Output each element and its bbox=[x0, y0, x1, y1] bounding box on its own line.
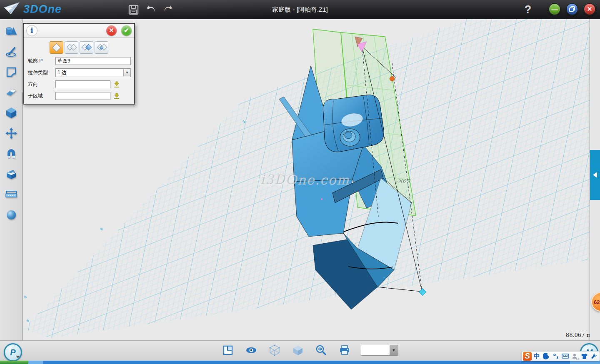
endpoint-marker-cyan[interactable] bbox=[419, 289, 426, 296]
pick-arrow-icon bbox=[113, 81, 120, 88]
double-diamond-icon bbox=[67, 44, 76, 51]
diamond-blue-pair-icon bbox=[82, 44, 91, 51]
eraser-tool-button[interactable] bbox=[3, 85, 20, 100]
direction-pick-button[interactable] bbox=[112, 81, 121, 88]
restore-button[interactable] bbox=[565, 2, 579, 16]
sogou-logo-icon: S bbox=[523, 352, 532, 361]
ime-account-button[interactable]: 14 bbox=[570, 352, 579, 360]
tshirt-icon bbox=[581, 353, 588, 359]
direction-input[interactable] bbox=[55, 80, 110, 88]
save-button[interactable] bbox=[126, 3, 140, 16]
wireframe-view-button[interactable] bbox=[268, 343, 282, 357]
moon-icon bbox=[543, 353, 550, 359]
paper-plane-icon bbox=[3, 2, 20, 17]
pick-arrow-icon bbox=[113, 93, 120, 100]
shaded-cube-icon bbox=[292, 344, 304, 356]
minimize-button[interactable]: — bbox=[548, 2, 561, 16]
ime-settings-button[interactable] bbox=[590, 352, 598, 360]
diamond-dot-icon bbox=[97, 44, 106, 51]
taskbar-segment-green[interactable] bbox=[0, 361, 28, 364]
sketch-tool-button[interactable] bbox=[3, 45, 20, 59]
magnet-icon bbox=[5, 148, 18, 160]
extrude-option-4-button[interactable] bbox=[95, 41, 108, 54]
eraser-icon bbox=[5, 87, 18, 98]
field-subregion: 子区域 bbox=[28, 92, 131, 100]
vertex-marker-orange[interactable] bbox=[390, 77, 395, 81]
move-tool-button[interactable] bbox=[3, 126, 20, 140]
chevron-down-icon: ▼ bbox=[390, 345, 398, 355]
diamond-icon bbox=[52, 43, 61, 52]
field-label: 轮廓 P bbox=[28, 57, 55, 65]
extrude-option-3-button[interactable] bbox=[80, 41, 93, 54]
bottom-toolbar: P bbox=[0, 340, 600, 361]
shaded-view-button[interactable] bbox=[291, 343, 305, 357]
extrude-dialog: i ✕ ✔ bbox=[23, 23, 135, 105]
printer-icon bbox=[339, 345, 350, 356]
view-preset-dropdown[interactable]: ▼ bbox=[361, 345, 398, 356]
minimize-icon: — bbox=[549, 4, 560, 15]
keyboard-icon bbox=[562, 353, 569, 359]
feature-cube-tool-button[interactable] bbox=[3, 106, 20, 120]
render-tool-button[interactable] bbox=[3, 208, 20, 222]
feature-cube-icon bbox=[5, 107, 18, 119]
field-label: 方向 bbox=[28, 81, 55, 88]
eye-icon bbox=[245, 346, 258, 355]
visibility-button[interactable] bbox=[244, 343, 258, 357]
plan-view-button[interactable]: P bbox=[4, 343, 22, 362]
ime-keyboard-button[interactable] bbox=[561, 352, 570, 360]
profile-input[interactable] bbox=[55, 57, 131, 65]
undo-button[interactable] bbox=[144, 3, 158, 16]
save-icon bbox=[128, 4, 139, 15]
field-direction: 方向 bbox=[28, 80, 131, 89]
app-logo: 3DOne bbox=[3, 2, 62, 17]
layout-view-button[interactable] bbox=[221, 343, 235, 357]
chevron-left-icon bbox=[593, 172, 597, 178]
help-button[interactable]: ? bbox=[522, 2, 534, 17]
special-shape-icon bbox=[5, 168, 18, 180]
extrude-type-select[interactable]: 1 边 ▼ bbox=[55, 68, 131, 77]
plan-view-caret[interactable] bbox=[16, 356, 20, 358]
print-button[interactable] bbox=[338, 343, 352, 357]
extrude-option-2-button[interactable] bbox=[65, 41, 78, 54]
special-shape-tool-button[interactable] bbox=[3, 167, 20, 181]
primitives-tool-button[interactable] bbox=[3, 24, 20, 38]
edit-sketch-icon bbox=[5, 66, 18, 78]
render-sphere-icon bbox=[5, 209, 17, 221]
wireframe-cube-icon bbox=[269, 344, 280, 356]
close-button[interactable]: ✕ bbox=[583, 2, 596, 16]
measure-icon bbox=[5, 189, 18, 199]
ime-language-button[interactable]: 中 bbox=[532, 352, 541, 360]
taskbar-segment-light[interactable] bbox=[28, 361, 43, 364]
extrude-option-1-button[interactable] bbox=[50, 41, 63, 54]
ime-skin-button[interactable] bbox=[580, 352, 589, 360]
sketch-icon bbox=[5, 46, 18, 57]
redo-icon bbox=[162, 5, 174, 15]
field-profile: 轮廓 P bbox=[28, 57, 131, 65]
dialog-cancel-button[interactable]: ✕ bbox=[106, 25, 117, 36]
magnet-tool-button[interactable] bbox=[3, 147, 20, 161]
chevron-down-icon: ▼ bbox=[123, 69, 130, 76]
measure-tool-button[interactable] bbox=[3, 187, 20, 202]
dropdown-value bbox=[361, 345, 390, 355]
primitives-icon bbox=[5, 25, 18, 37]
ime-punctuation-button[interactable] bbox=[552, 352, 560, 360]
subregion-pick-button[interactable] bbox=[112, 92, 121, 100]
sogou-logo-button[interactable]: S bbox=[523, 352, 532, 360]
field-extrude-type: 拉伸类型 1 边 ▼ bbox=[28, 68, 131, 77]
zoom-view-button[interactable] bbox=[314, 343, 328, 357]
info-icon[interactable]: i bbox=[26, 25, 38, 36]
redo-button[interactable] bbox=[161, 3, 175, 16]
field-label: 子区域 bbox=[28, 92, 55, 100]
taskbar-segment-right[interactable] bbox=[570, 361, 600, 364]
title-bar: 3DOne 家庭版 - [阿帕奇.Z1] ? — bbox=[0, 0, 600, 20]
app-window: 3DOne 家庭版 - [阿帕奇.Z1] ? — bbox=[0, 0, 600, 364]
dialog-confirm-button[interactable]: ✔ bbox=[121, 25, 132, 36]
punctuation-icon bbox=[553, 353, 559, 359]
subregion-input[interactable] bbox=[55, 92, 110, 100]
dialog-header: i ✕ ✔ bbox=[24, 24, 134, 37]
ime-fullhalf-button[interactable] bbox=[542, 352, 551, 360]
layout-icon bbox=[222, 345, 233, 356]
panel-collapse-tab[interactable] bbox=[590, 150, 600, 200]
edit-sketch-tool-button[interactable] bbox=[3, 65, 20, 79]
os-taskbar-strip bbox=[0, 361, 600, 364]
